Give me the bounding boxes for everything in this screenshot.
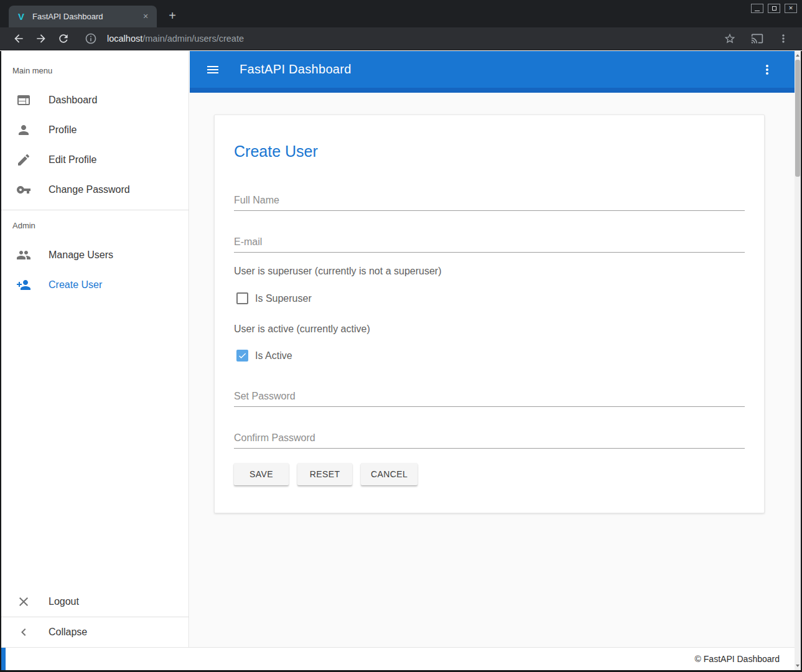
reload-icon[interactable] bbox=[57, 32, 70, 45]
email-field bbox=[234, 236, 745, 253]
scrollbar-down-arrow-icon[interactable] bbox=[796, 665, 800, 667]
sidebar-item-label: Dashboard bbox=[49, 95, 97, 106]
people-icon bbox=[16, 248, 31, 263]
confirm-password-input[interactable] bbox=[234, 432, 745, 444]
close-tab-icon[interactable]: ✕ bbox=[141, 12, 151, 21]
sidebar-item-label: Manage Users bbox=[49, 250, 113, 261]
sidebar-item-create-user[interactable]: Create User bbox=[1, 270, 189, 300]
url-host: localhost bbox=[107, 34, 142, 44]
sidebar-item-profile[interactable]: Profile bbox=[1, 115, 189, 145]
sidebar-section-admin: Admin bbox=[1, 210, 189, 240]
new-tab-button[interactable]: + bbox=[164, 7, 180, 24]
main-content: Create User User is superuser (currently… bbox=[190, 93, 795, 647]
full-name-input[interactable] bbox=[234, 194, 745, 207]
active-checkbox-label: Is Active bbox=[255, 350, 292, 362]
create-user-card: Create User User is superuser (currently… bbox=[214, 114, 765, 513]
hamburger-menu-icon[interactable] bbox=[205, 62, 220, 77]
person-icon bbox=[16, 123, 31, 138]
sidebar-section-main-menu: Main menu bbox=[1, 51, 189, 85]
sidebar-item-label: Create User bbox=[49, 279, 102, 291]
sidebar-item-label: Collapse bbox=[49, 627, 87, 638]
bookmark-star-icon[interactable] bbox=[724, 32, 736, 45]
url-path: /main/admin/users/create bbox=[142, 34, 244, 44]
page-scrollbar[interactable] bbox=[795, 51, 801, 670]
close-window-button[interactable]: ✕ bbox=[785, 4, 797, 13]
dashboard-icon bbox=[16, 93, 31, 108]
address-bar[interactable]: localhost/main/admin/users/create bbox=[107, 34, 244, 44]
active-checkbox-row: Is Active bbox=[234, 350, 745, 362]
vuetify-favicon-icon: V bbox=[16, 12, 26, 22]
tab-title: FastAPI Dashboard bbox=[32, 12, 141, 21]
window-controls: ✕ bbox=[751, 4, 797, 13]
browser-tab-strip: V FastAPI Dashboard ✕ + ✕ bbox=[0, 0, 802, 27]
sidebar-item-label: Profile bbox=[49, 124, 77, 136]
superuser-hint: User is superuser (currently is not a su… bbox=[234, 265, 745, 278]
email-input[interactable] bbox=[234, 236, 745, 248]
sidebar-item-manage-users[interactable]: Manage Users bbox=[1, 240, 189, 270]
app-footer: © FastAPI Dashboard bbox=[1, 647, 795, 670]
sidebar-bottom: Logout Collapse bbox=[1, 587, 189, 647]
sidebar-item-label: Logout bbox=[49, 596, 79, 607]
close-window-icon: ✕ bbox=[788, 6, 793, 11]
copyright-text: © FastAPI Dashboard bbox=[695, 654, 780, 664]
chevron-left-icon bbox=[16, 625, 31, 640]
form-actions: SAVE RESET CANCEL bbox=[234, 463, 745, 485]
check-icon bbox=[238, 351, 247, 360]
forward-icon[interactable] bbox=[35, 32, 47, 45]
scrollbar-up-arrow-icon[interactable] bbox=[796, 54, 800, 57]
scrollbar-thumb[interactable] bbox=[795, 60, 800, 177]
back-icon[interactable] bbox=[12, 32, 25, 45]
maximize-button[interactable] bbox=[768, 4, 780, 13]
app-title: FastAPI Dashboard bbox=[240, 62, 352, 77]
window-border-left bbox=[0, 51, 1, 672]
person-add-icon bbox=[16, 278, 31, 292]
logout-x-icon bbox=[16, 594, 31, 609]
browser-tab[interactable]: V FastAPI Dashboard ✕ bbox=[9, 6, 157, 27]
app-bar: FastAPI Dashboard bbox=[190, 51, 795, 88]
key-icon bbox=[16, 182, 31, 197]
superuser-checkbox[interactable] bbox=[236, 292, 248, 304]
minimize-button[interactable] bbox=[751, 4, 763, 13]
cast-icon[interactable] bbox=[751, 32, 763, 45]
reset-button[interactable]: RESET bbox=[297, 463, 352, 485]
sidebar-item-dashboard[interactable]: Dashboard bbox=[1, 85, 189, 115]
full-name-field bbox=[234, 194, 745, 211]
browser-toolbar: localhost/main/admin/users/create bbox=[0, 27, 802, 50]
maximize-icon bbox=[772, 6, 776, 11]
app-menu-kebab-icon[interactable] bbox=[760, 62, 775, 77]
sidebar-item-logout[interactable]: Logout bbox=[1, 587, 189, 617]
page-title: Create User bbox=[234, 142, 745, 161]
app-bar-shadow bbox=[190, 88, 795, 93]
superuser-checkbox-label: Is Superuser bbox=[255, 293, 312, 304]
page-info-icon[interactable] bbox=[85, 32, 97, 45]
cancel-button[interactable]: CANCEL bbox=[361, 463, 417, 485]
active-hint: User is active (currently active) bbox=[234, 323, 745, 335]
set-password-field bbox=[234, 390, 745, 407]
toolbar-right-actions bbox=[719, 32, 802, 45]
edit-icon bbox=[16, 152, 31, 167]
browser-menu-icon[interactable] bbox=[777, 32, 790, 45]
superuser-checkbox-row: Is Superuser bbox=[234, 292, 745, 304]
footer-accent bbox=[1, 648, 6, 670]
set-password-input[interactable] bbox=[234, 390, 745, 403]
browser-window: V FastAPI Dashboard ✕ + ✕ localhost/main… bbox=[0, 0, 802, 672]
sidebar-item-collapse[interactable]: Collapse bbox=[1, 617, 189, 647]
sidebar-item-label: Change Password bbox=[49, 184, 130, 195]
sidebar: Main menu Dashboard Profile Edit Profile… bbox=[1, 51, 189, 647]
sidebar-item-change-password[interactable]: Change Password bbox=[1, 175, 189, 205]
confirm-password-field bbox=[234, 432, 745, 449]
minimize-icon bbox=[755, 11, 760, 11]
sidebar-item-edit-profile[interactable]: Edit Profile bbox=[1, 145, 189, 175]
active-checkbox[interactable] bbox=[236, 350, 248, 362]
save-button[interactable]: SAVE bbox=[234, 463, 289, 485]
sidebar-item-label: Edit Profile bbox=[49, 154, 96, 166]
